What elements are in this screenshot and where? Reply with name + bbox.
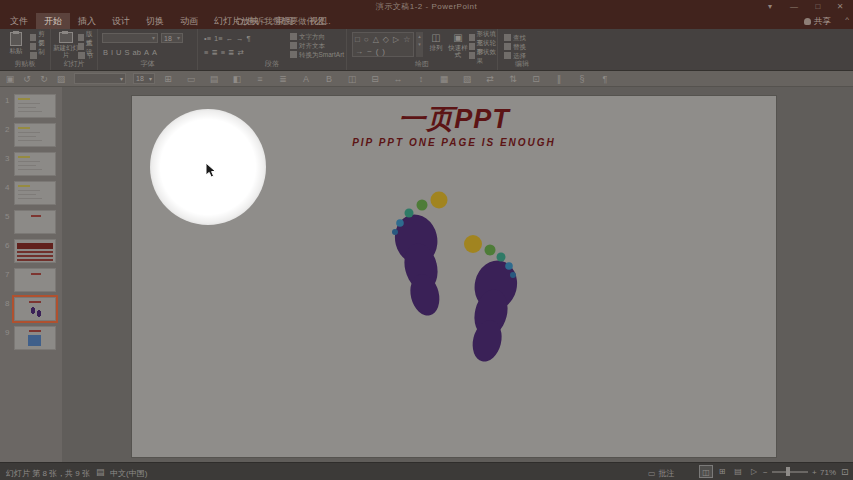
qat-distribute-v-icon[interactable]: ↕ (415, 74, 427, 84)
slide-thumbnail-9[interactable]: 9 (0, 326, 62, 350)
qat-align-objects-icon[interactable]: ∥ (553, 74, 565, 84)
slideshow-button[interactable]: ▷ (747, 465, 761, 478)
glyph-icon[interactable]: ⇄ (237, 48, 243, 57)
qat-align-center-icon[interactable]: ≣ (277, 74, 289, 84)
slide-thumbnail-7[interactable]: 7 (0, 268, 62, 292)
glyph-icon[interactable]: ☆ (403, 34, 410, 45)
font-name-combo[interactable]: ▾ (102, 33, 158, 43)
glyph-icon[interactable]: → (236, 34, 244, 43)
glyph-icon[interactable]: → (355, 46, 363, 57)
glyph-icon[interactable]: ~ (367, 46, 372, 57)
zoom-out-button[interactable]: − (763, 468, 768, 477)
slide-thumbnail-3[interactable]: 3 (0, 152, 62, 176)
slide-thumbnail-canvas[interactable] (14, 297, 56, 321)
reading-view-button[interactable]: ▤ (731, 465, 745, 478)
menu-tab-设计[interactable]: 设计 (104, 13, 138, 29)
close-icon[interactable]: ✕ (829, 0, 851, 13)
slide-thumbnail-6[interactable]: 6 (0, 239, 62, 263)
qat-font-name-combo[interactable]: ▾ (74, 73, 126, 84)
qat-font-size-combo[interactable]: 18▾ (133, 73, 155, 84)
menu-tab-文件[interactable]: 文件 (2, 13, 36, 29)
glyph-icon[interactable]: ) (382, 46, 385, 57)
glyph-icon[interactable]: ≡ (221, 48, 225, 57)
qat-align-left-icon[interactable]: ≡ (254, 74, 266, 84)
slide-thumbnail-canvas[interactable] (14, 94, 56, 118)
qat-bold-icon[interactable]: B (323, 74, 335, 84)
glyph-icon[interactable]: ( (376, 46, 379, 57)
slide-thumbnail-canvas[interactable] (14, 210, 56, 234)
qat-picture-icon[interactable]: ▤ (208, 74, 220, 84)
menu-tab-插入[interactable]: 插入 (70, 13, 104, 29)
slide-thumbnail-1[interactable]: 1 (0, 94, 62, 118)
paste-button[interactable]: 粘贴 (3, 32, 29, 54)
format-painter-icon[interactable]: ▨ (55, 74, 67, 84)
slide-thumbnail-canvas[interactable] (14, 239, 56, 263)
glyph-icon[interactable]: B (103, 48, 108, 57)
qat-layout-icon[interactable]: ▭ (185, 74, 197, 84)
qat-columns-icon[interactable]: ◫ (346, 74, 358, 84)
zoom-level[interactable]: 71% (820, 468, 836, 477)
reset-button[interactable]: 重设 (78, 42, 97, 51)
menu-tab-切换[interactable]: 切换 (138, 13, 172, 29)
glyph-icon[interactable]: ≣ (228, 48, 234, 57)
qat-fill-icon[interactable]: ▧ (461, 74, 473, 84)
menu-tab-开始[interactable]: 开始 (36, 13, 70, 29)
qat-font-color-icon[interactable]: A (300, 74, 312, 84)
save-icon[interactable]: ▣ (4, 74, 16, 84)
comments-button[interactable]: ▭ 批注 (648, 468, 675, 479)
share-button[interactable]: 共享 (804, 13, 831, 29)
glyph-icon[interactable]: •≡ (204, 34, 211, 43)
glyph-icon[interactable]: A (144, 48, 149, 57)
zoom-slider-thumb[interactable] (786, 467, 790, 476)
undo-icon[interactable]: ↺ (21, 74, 33, 84)
smartart-button[interactable]: 转换为SmartArt (290, 50, 345, 59)
text-direction-button[interactable]: 文字方向 (290, 32, 325, 41)
replace-button[interactable]: 替换 (504, 42, 526, 51)
collapse-ribbon-icon[interactable]: ^ (845, 15, 849, 24)
glyph-icon[interactable]: ○ (364, 34, 369, 45)
arrange-button[interactable]: ◫ 排列 (425, 32, 447, 51)
new-slide-button[interactable]: 新建幻灯片 (53, 32, 79, 58)
shapes-gallery-scroll[interactable]: ▴▾ (416, 32, 423, 57)
glyph-icon[interactable]: ab (133, 48, 141, 57)
normal-view-button[interactable]: ◫ (699, 465, 713, 478)
font-size-combo[interactable]: 18▾ (161, 33, 183, 43)
qat-table-icon[interactable]: ⊟ (369, 74, 381, 84)
glyph-icon[interactable]: ≡ (204, 48, 208, 57)
slide-thumbnail-canvas[interactable] (14, 152, 56, 176)
minimize-icon[interactable]: — (783, 0, 805, 13)
glyph-icon[interactable]: S (125, 48, 130, 57)
spellcheck-icon[interactable]: ▤ (96, 467, 105, 477)
ribbon-display-options-icon[interactable]: ▾ (759, 0, 781, 13)
qat-new-slide-icon[interactable]: ⊞ (162, 74, 174, 84)
tell-me-box[interactable]: 告诉我您想要做什么... (236, 13, 331, 29)
glyph-icon[interactable]: 1≡ (214, 34, 223, 43)
find-button[interactable]: 查找 (504, 33, 526, 42)
slide-sorter-view-button[interactable]: ⊞ (715, 465, 729, 478)
qat-section-icon[interactable]: § (576, 74, 588, 84)
maximize-icon[interactable]: □ (807, 0, 829, 13)
qat-distribute-h-icon[interactable]: ↔ (392, 74, 404, 84)
glyph-icon[interactable]: U (116, 48, 121, 57)
redo-icon[interactable]: ↻ (38, 74, 50, 84)
fit-to-window-icon[interactable]: ⊡ (841, 467, 849, 477)
glyph-icon[interactable]: ¶ (247, 34, 251, 43)
glyph-icon[interactable]: I (111, 48, 113, 57)
glyph-icon[interactable]: ← (226, 34, 234, 43)
glyph-icon[interactable]: ▷ (393, 34, 399, 45)
slide-thumbnail-2[interactable]: 2 (0, 123, 62, 147)
qat-grid-icon[interactable]: ▦ (438, 74, 450, 84)
qat-order-icon[interactable]: ⇅ (507, 74, 519, 84)
quick-styles-button[interactable]: ▣ 快速样式 (446, 32, 470, 58)
slide-thumbnail-canvas[interactable] (14, 268, 56, 292)
slide-thumbnail-8[interactable]: 8 (0, 297, 62, 321)
slide-thumbnail-5[interactable]: 5 (0, 210, 62, 234)
qat-fit-icon[interactable]: ⊡ (530, 74, 542, 84)
menu-tab-动画[interactable]: 动画 (172, 13, 206, 29)
glyph-icon[interactable]: ≣ (211, 48, 217, 57)
qat-swap-icon[interactable]: ⇄ (484, 74, 496, 84)
slide-thumbnail-canvas[interactable] (14, 181, 56, 205)
align-text-button[interactable]: 对齐文本 (290, 41, 325, 50)
slide-thumbnail-canvas[interactable] (14, 123, 56, 147)
slide-canvas[interactable]: 一页PPT PIP PPT ONE PAGE IS ENOUGH (131, 95, 777, 458)
